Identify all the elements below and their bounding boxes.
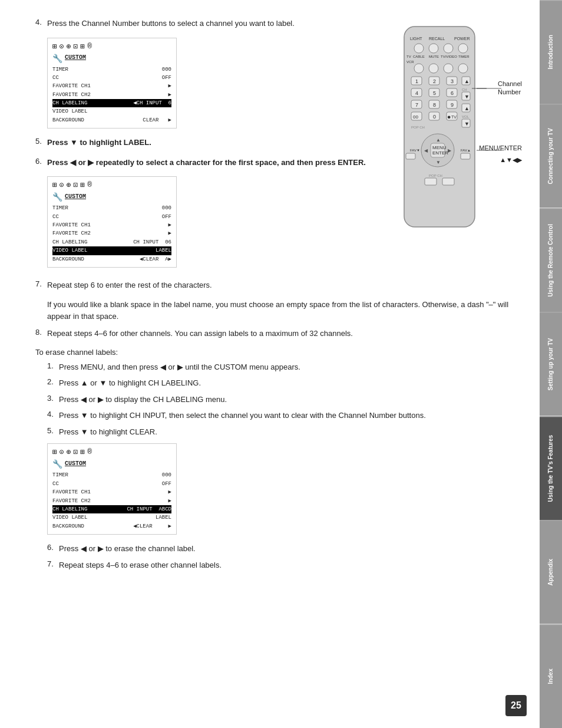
svg-rect-58 xyxy=(406,153,415,159)
sidebar: Introduction Connecting your TV Using th… xyxy=(540,0,562,728)
menu-screenshot-3: ⊞⊙⊕⊡⊞® 🔧 CUSTOM TIMER000 CCOFF FAVORITE … xyxy=(47,443,177,535)
svg-text:TV: TV xyxy=(406,55,411,58)
svg-text:LIGHT: LIGHT xyxy=(410,37,422,41)
menu-row-videolabel-3: VIDEO LABELLABEL xyxy=(52,513,171,522)
left-column: 4. Press the Channel Number buttons to s… xyxy=(35,18,375,276)
remote-svg: LIGHT RECALL POWER TV CABLE MUTE TV/VIDE… xyxy=(386,24,504,248)
erase-step-4-text: Press ▼ to highlight CH INPUT, then sele… xyxy=(59,410,426,421)
svg-text:6: 6 xyxy=(451,90,454,96)
erase-step-3-text: Press ◀ or ▶ to display the CH LABELING … xyxy=(59,394,227,406)
svg-rect-66 xyxy=(425,178,437,185)
step-8-text: Repeat steps 4–6 for other channels. You… xyxy=(47,328,353,340)
svg-text:9: 9 xyxy=(451,102,454,108)
erase-step-6-text: Press ◀ or ▶ to erase the channel label. xyxy=(59,543,196,555)
menu-row-cc-1: CCOFF xyxy=(52,74,171,82)
svg-point-17 xyxy=(458,64,468,73)
svg-text:MUTE: MUTE xyxy=(429,55,439,58)
menu-icons-3: ⊞⊙⊕⊡⊞® xyxy=(52,447,171,457)
step-5-text: Press ▼ to highlight LABEL. xyxy=(47,137,151,149)
svg-text:TV/VIDEO: TV/VIDEO xyxy=(441,55,457,58)
erase-step-1-text: Press MENU, and then press ◀ or ▶ until … xyxy=(59,361,300,373)
erase-step-3-num: 3. xyxy=(47,394,59,406)
svg-text:CABLE: CABLE xyxy=(413,55,425,58)
step-8: 8. Repeat steps 4–6 for other channels. … xyxy=(35,328,516,340)
svg-text:▲: ▲ xyxy=(464,78,470,84)
erase-step-5-text: Press ▼ to highlight CLEAR. xyxy=(59,426,157,438)
svg-point-7 xyxy=(458,44,468,53)
svg-point-5 xyxy=(429,44,438,53)
menu-row-favch1-3: FAVORITE CH1▶ xyxy=(52,488,171,496)
svg-text:VCR: VCR xyxy=(406,60,414,64)
sidebar-tab-appendix[interactable]: Appendix xyxy=(540,520,562,624)
menu-row-favch2-2: FAVORITE CH2▶ xyxy=(52,229,171,238)
svg-point-4 xyxy=(414,44,424,53)
menu-row-timer-1: TIMER000 xyxy=(52,65,171,74)
erase-step-5: 5. Press ▼ to highlight CLEAR. xyxy=(47,426,516,438)
step-6-text: Press ◀ or ▶ repeatedly to select a char… xyxy=(47,157,366,169)
erase-step-7-num: 7. xyxy=(47,559,59,571)
erase-step-4: 4. Press ▼ to highlight CH INPUT, then s… xyxy=(47,410,516,421)
svg-text:▼: ▼ xyxy=(464,121,470,127)
menu-row-cc-3: CCOFF xyxy=(52,480,171,488)
svg-text:TIMER: TIMER xyxy=(458,55,470,58)
svg-text:VOL: VOL xyxy=(462,115,470,118)
main-content: 4. Press the Channel Number buttons to s… xyxy=(0,0,540,728)
sidebar-tab-remote[interactable]: Using the Remote Control xyxy=(540,208,562,312)
svg-text:◀: ◀ xyxy=(424,148,428,153)
erase-step-2-num: 2. xyxy=(47,377,59,389)
erase-step-7: 7. Repeat steps 4–6 to erase other chann… xyxy=(47,559,516,571)
menu-row-favch1-1: FAVORITE CH1▶ xyxy=(52,82,171,90)
svg-text:POP CH: POP CH xyxy=(429,174,442,177)
svg-rect-67 xyxy=(442,178,454,185)
sidebar-tab-introduction[interactable]: Introduction xyxy=(540,0,562,104)
menu-title-1: CUSTOM xyxy=(65,54,86,61)
svg-text:1: 1 xyxy=(415,78,418,84)
step-7-note: If you would like a blank space in the l… xyxy=(47,299,516,322)
top-section: 4. Press the Channel Number buttons to s… xyxy=(35,18,516,276)
svg-text:▶: ▶ xyxy=(448,148,452,153)
svg-point-15 xyxy=(429,64,438,73)
step-7-num: 7. xyxy=(35,279,47,288)
svg-text:4: 4 xyxy=(415,90,418,96)
svg-text:▲: ▲ xyxy=(464,106,470,111)
erase-step-4-num: 4. xyxy=(47,410,59,421)
erase-step-7-text: Repeat steps 4–6 to erase other channel … xyxy=(59,559,222,571)
menu-row-cc-2: CCOFF xyxy=(52,213,171,221)
menu-screenshot-2: ⊞⊙⊕⊡⊞® 🔧 CUSTOM TIMER000 CCOFF FAVORITE … xyxy=(47,176,177,268)
svg-text:0: 0 xyxy=(433,114,436,120)
svg-text:00: 00 xyxy=(413,114,418,120)
step-5-num: 5. xyxy=(35,137,47,146)
sidebar-tab-connecting[interactable]: Connecting your TV xyxy=(540,104,562,207)
erase-steps-cont: 6. Press ◀ or ▶ to erase the channel lab… xyxy=(47,543,516,571)
menu-row-timer-2: TIMER000 xyxy=(52,204,171,212)
step-4: 4. Press the Channel Number buttons to s… xyxy=(35,18,375,29)
step-5: 5. Press ▼ to highlight LABEL. xyxy=(35,137,375,149)
menu-title-2: CUSTOM xyxy=(65,193,86,200)
svg-text:POP CH: POP CH xyxy=(411,126,425,129)
step-6-num: 6. xyxy=(35,157,47,166)
menu-row-favch2-3: FAVORITE CH2▶ xyxy=(52,497,171,505)
menu-row-chlabeling-1: CH LABELING◀CH INPUT 6 xyxy=(52,99,171,107)
svg-text:FAV▲: FAV▲ xyxy=(461,149,471,152)
step-4-num: 4. xyxy=(35,18,47,27)
sidebar-tab-settingup[interactable]: Setting up your TV xyxy=(540,312,562,416)
svg-point-14 xyxy=(414,64,424,73)
erase-step-1-num: 1. xyxy=(47,361,59,373)
sidebar-tab-index[interactable]: Index xyxy=(540,624,562,728)
svg-text:7: 7 xyxy=(415,102,418,108)
menu-row-favch2-1: FAVORITE CH2▶ xyxy=(52,91,171,99)
menu-title-3: CUSTOM xyxy=(65,460,86,467)
sidebar-tab-features[interactable]: Using the TV's Features xyxy=(540,416,562,520)
erase-step-2-text: Press ▲ or ▼ to highlight CH LABELING. xyxy=(59,377,201,389)
svg-text:RECALL: RECALL xyxy=(429,37,445,41)
step-7-text: Repeat step 6 to enter the rest of the c… xyxy=(47,279,212,291)
svg-text:5: 5 xyxy=(433,90,436,96)
page-number: 25 xyxy=(505,695,527,716)
svg-point-16 xyxy=(444,64,453,73)
svg-text:⏺TV: ⏺TV xyxy=(447,115,457,119)
menu-row-videolabel-1: VIDEO LABEL xyxy=(52,107,171,116)
svg-point-6 xyxy=(444,44,453,53)
arrow-keys-label: ▲▼◀▶ xyxy=(500,156,522,164)
step-8-num: 8. xyxy=(35,328,47,337)
step-7: 7. Repeat step 6 to enter the rest of th… xyxy=(35,279,516,291)
